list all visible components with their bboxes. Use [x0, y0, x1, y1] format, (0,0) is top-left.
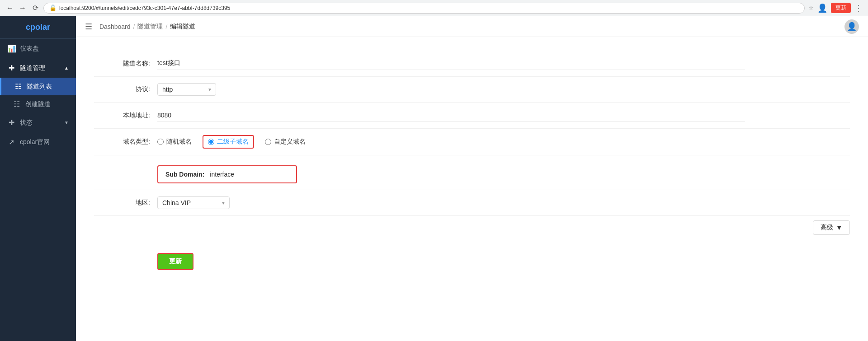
reload-button[interactable]: ⟳ [31, 4, 40, 13]
local-addr-row: 本地地址: [94, 103, 850, 129]
protocol-control: http https tcp udp ▼ [157, 83, 745, 96]
region-row: 地区: China VIP China US EU HK ▼ [94, 190, 850, 216]
domain-type-control: 随机域名 二级子域名 自定义域名 [157, 135, 745, 149]
radio-second-domain[interactable]: 二级子域名 [203, 135, 254, 149]
protocol-select-wrapper[interactable]: http https tcp udp ▼ [157, 83, 216, 96]
radio-second-label: 二级子域名 [217, 138, 249, 146]
sidebar-item-create-tunnel[interactable]: ☷ 创建隧道 [0, 95, 76, 113]
breadcrumb-sep-1: / [133, 23, 135, 30]
breadcrumb-dashboard[interactable]: Dashboard [99, 23, 131, 30]
region-control: China VIP China US EU HK ▼ [157, 196, 745, 209]
protocol-select-arrow: ▼ [208, 87, 212, 92]
advanced-button[interactable]: 高级 ▼ [813, 220, 850, 235]
radio-random-label: 随机域名 [166, 138, 192, 146]
menu-dots-icon[interactable]: ⋮ [854, 3, 863, 13]
sidebar-item-cpolar[interactable]: ➚ cpolar官网 [0, 132, 76, 152]
sidebar-item-status[interactable]: ✚ 状态 ▼ [0, 113, 76, 132]
protocol-row: 协议: http https tcp udp ▼ [94, 77, 850, 103]
forward-button[interactable]: → [18, 4, 27, 13]
submit-button[interactable]: 更新 [157, 253, 193, 270]
breadcrumb-tunnel-mgmt[interactable]: 隧道管理 [137, 23, 163, 31]
arrow-up-icon: ▲ [64, 65, 69, 70]
profile-icon[interactable]: 👤 [817, 3, 827, 13]
status-icon: ✚ [7, 118, 15, 127]
arrow-down-icon: ▼ [64, 120, 69, 125]
domain-type-row: 域名类型: 随机域名 二级子域名 自定义域名 [94, 129, 850, 155]
region-select-wrapper[interactable]: China VIP China US EU HK ▼ [157, 196, 230, 209]
local-addr-input[interactable] [157, 109, 745, 122]
radio-random-domain[interactable]: 随机域名 [157, 138, 192, 146]
list-icon: ☷ [14, 82, 22, 91]
form-area: 隧道名称: 协议: http https tcp udp [76, 37, 868, 341]
breadcrumb-edit-tunnel: 编辑隧道 [170, 23, 195, 31]
local-addr-control [157, 109, 745, 122]
subdomain-row: Sub Domain: [94, 155, 850, 190]
sidebar-item-tunnel-list[interactable]: ☷ 隧道列表 [0, 78, 76, 95]
protocol-select[interactable]: http https tcp udp [162, 86, 202, 93]
protocol-label: 协议: [94, 85, 157, 93]
radio-custom-label: 自定义域名 [274, 138, 306, 146]
top-nav: ☰ Dashboard / 隧道管理 / 编辑隧道 👤 [76, 16, 868, 37]
top-nav-right: 👤 [844, 19, 859, 34]
tunnel-name-row: 隧道名称: [94, 51, 850, 77]
region-select[interactable]: China VIP China US EU HK [158, 197, 229, 209]
radio-second-input[interactable] [208, 139, 214, 145]
advanced-label: 高级 [821, 224, 833, 232]
subdomain-control: Sub Domain: [157, 162, 745, 183]
sidebar-item-dashboard[interactable]: 📊 仪表盘 [0, 39, 76, 58]
sidebar-logo: cpolar [0, 16, 76, 39]
browser-actions: ☆ 👤 更新 ⋮ [808, 3, 863, 13]
dashboard-icon: 📊 [7, 44, 15, 53]
subdomain-label: Sub Domain: [165, 171, 204, 178]
external-link-icon: ➚ [7, 138, 15, 146]
hamburger-icon[interactable]: ☰ [85, 22, 92, 32]
breadcrumb-sep-2: / [165, 23, 167, 30]
lock-icon: 🔓 [49, 5, 57, 11]
subdomain-box: Sub Domain: [157, 165, 297, 183]
tunnel-name-control [157, 57, 745, 70]
tunnel-name-input[interactable] [157, 57, 745, 70]
user-avatar[interactable]: 👤 [844, 19, 859, 34]
main-content: ☰ Dashboard / 隧道管理 / 编辑隧道 👤 隧道名称: [76, 16, 868, 341]
domain-type-label: 域名类型: [94, 138, 157, 146]
subdomain-input[interactable] [210, 171, 289, 178]
breadcrumb: Dashboard / 隧道管理 / 编辑隧道 [99, 23, 841, 31]
radio-custom-input[interactable] [265, 139, 271, 145]
chrome-update-button[interactable]: 更新 [831, 3, 851, 13]
back-button[interactable]: ← [5, 4, 14, 13]
bookmark-icon[interactable]: ☆ [808, 5, 814, 11]
browser-chrome: ← → ⟳ 🔓 localhost:9200/#/tunnels/edit/ce… [0, 0, 868, 16]
actions-row: 更新 [94, 244, 850, 270]
local-addr-label: 本地地址: [94, 112, 157, 120]
radio-random-input[interactable] [157, 139, 164, 145]
tunnel-icon: ✚ [7, 64, 15, 72]
radio-custom-domain[interactable]: 自定义域名 [265, 138, 306, 146]
url-text: localhost:9200/#/tunnels/edit/cedc793c-c… [59, 5, 799, 11]
sidebar-item-tunnel-mgmt[interactable]: ✚ 隧道管理 ▲ [0, 58, 76, 78]
app-container: cpolar 📊 仪表盘 ✚ 隧道管理 ▲ ☷ 隧道列表 ☷ 创建隧道 ✚ 状态… [0, 16, 868, 341]
tunnel-name-label: 隧道名称: [94, 60, 157, 68]
grid-icon: ☷ [13, 100, 21, 108]
sidebar: cpolar 📊 仪表盘 ✚ 隧道管理 ▲ ☷ 隧道列表 ☷ 创建隧道 ✚ 状态… [0, 16, 76, 341]
region-label: 地区: [94, 199, 157, 207]
address-bar[interactable]: 🔓 localhost:9200/#/tunnels/edit/cedc793c… [43, 3, 805, 14]
advanced-row: 高级 ▼ [94, 216, 850, 244]
domain-type-radio-group: 随机域名 二级子域名 自定义域名 [157, 135, 745, 149]
advanced-arrow-icon: ▼ [836, 224, 842, 231]
